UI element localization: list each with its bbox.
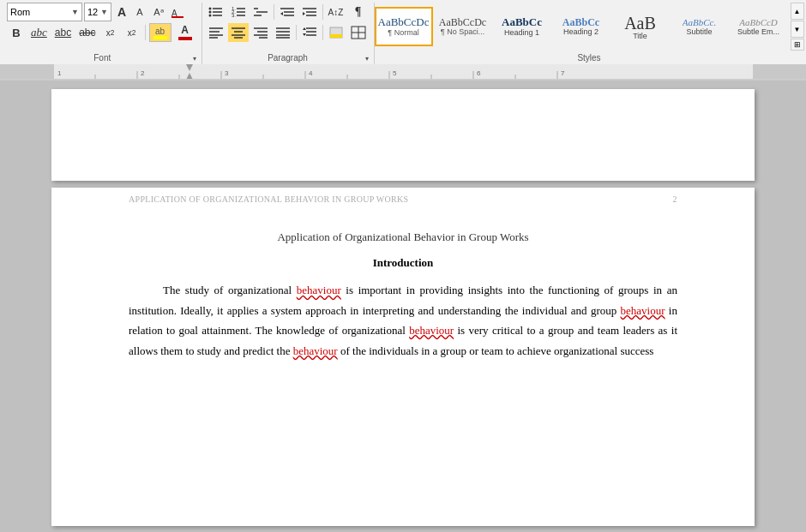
svg-marker-44: [303, 27, 306, 30]
bullets-button[interactable]: [206, 3, 226, 21]
svg-text:3.: 3.: [232, 13, 236, 18]
underline-button[interactable]: abc: [52, 23, 74, 42]
ribbon: Rom ▼ 12 ▼ A A Aᵃ A: [0, 0, 806, 81]
style-normal[interactable]: AaBbCcDc ¶ Normal: [375, 7, 433, 46]
svg-marker-45: [303, 33, 306, 36]
styles-group-label: Styles: [375, 53, 804, 63]
italic-button[interactable]: abc: [28, 23, 50, 42]
svg-marker-72: [186, 73, 193, 80]
page-header: APPLICATION OF ORGANIZATIONAL BEHAVIOR I…: [129, 194, 677, 204]
styles-more[interactable]: ⊞: [791, 39, 804, 51]
font-group-label: Font: [3, 53, 202, 63]
font-name-value: Rom: [10, 7, 30, 17]
font-name-dropdown-icon[interactable]: ▼: [71, 8, 79, 16]
font-color-button[interactable]: A: [174, 23, 196, 42]
superscript-button[interactable]: x2: [123, 23, 141, 42]
font-group-expand[interactable]: ▾: [189, 53, 200, 63]
style-no-spacing[interactable]: AaBbCcDc ¶ No Spaci...: [434, 7, 492, 46]
svg-point-6: [208, 15, 211, 17]
document-area: APPLICATION OF ORGANIZATIONAL BEHAVIOR I…: [0, 81, 806, 532]
line-spacing-button[interactable]: [299, 23, 320, 42]
spell-check-behaviour-1: behaviour: [297, 284, 341, 296]
spell-check-behaviour-3: behaviour: [409, 324, 454, 337]
paragraph-group-expand[interactable]: ▾: [362, 53, 372, 63]
page-number: 2: [673, 194, 678, 204]
font-shrink-button[interactable]: A: [131, 3, 148, 21]
ruler-marks: 1 2 3 4 5 6 7: [53, 64, 753, 80]
align-center-button[interactable]: [228, 23, 249, 42]
font-group: Rom ▼ 12 ▼ A A Aᵃ A: [3, 3, 202, 64]
style-title[interactable]: AaB Title: [611, 7, 670, 46]
svg-text:4: 4: [309, 69, 313, 77]
clear-formatting-button[interactable]: A: [169, 3, 186, 21]
highlight-button[interactable]: ab: [149, 23, 171, 42]
numbering-button[interactable]: 1. 2. 3.: [228, 3, 249, 21]
section-heading[interactable]: Introduction: [129, 256, 677, 270]
style-subtitle[interactable]: AaBbCc. Subtitle: [671, 7, 729, 46]
svg-point-2: [208, 8, 211, 10]
svg-text:7: 7: [561, 69, 565, 77]
page-2[interactable]: APPLICATION OF ORGANIZATIONAL BEHAVIOR I…: [51, 188, 755, 526]
decrease-indent-button[interactable]: [277, 3, 298, 21]
svg-text:3: 3: [225, 69, 229, 77]
multilevel-list-button[interactable]: [250, 3, 271, 21]
font-name-select[interactable]: Rom ▼: [7, 3, 82, 21]
change-case-button[interactable]: Aᵃ: [150, 3, 167, 21]
align-right-button[interactable]: [250, 23, 271, 42]
svg-marker-20: [280, 12, 283, 15]
increase-indent-button[interactable]: [299, 3, 320, 21]
svg-text:5: 5: [393, 69, 397, 77]
bold-button[interactable]: B: [7, 23, 26, 42]
page-header-title: APPLICATION OF ORGANIZATIONAL BEHAVIOR I…: [129, 194, 408, 204]
font-size-dropdown-icon[interactable]: ▼: [100, 8, 108, 16]
borders-button[interactable]: [348, 23, 369, 42]
svg-marker-71: [186, 64, 193, 71]
paragraph-group-label: Paragraph: [202, 53, 374, 63]
style-heading2[interactable]: AaBbCc Heading 2: [552, 7, 611, 46]
sort-button[interactable]: A↕Z: [326, 3, 346, 21]
svg-text:6: 6: [477, 69, 481, 77]
font-size-value: 12: [87, 7, 98, 17]
strikethrough-button[interactable]: abc: [76, 23, 98, 42]
subscript-button[interactable]: x2: [101, 23, 120, 42]
shading-button[interactable]: [326, 23, 346, 42]
document-paragraph[interactable]: The study of organizational behaviour is…: [129, 280, 677, 361]
spell-check-behaviour-4: behaviour: [293, 344, 338, 357]
document-title[interactable]: Application of Organizational Behavior i…: [129, 230, 677, 244]
svg-rect-47: [330, 34, 342, 38]
page-1: [51, 89, 755, 181]
styles-group: AaBbCcDc ¶ Normal AaBbCcDc ¶ No Spaci...…: [375, 3, 804, 64]
styles-scroll-down[interactable]: ▼: [791, 21, 804, 38]
show-marks-button[interactable]: ¶: [348, 3, 369, 21]
svg-text:1: 1: [57, 69, 62, 77]
font-size-select[interactable]: 12 ▼: [84, 3, 111, 21]
font-grow-button[interactable]: A: [113, 3, 130, 21]
spell-check-behaviour-2: behaviour: [621, 304, 665, 317]
svg-point-4: [208, 11, 211, 14]
style-subtle-em[interactable]: AaBbCcD Subtle Em...: [730, 7, 788, 46]
styles-scroll-up[interactable]: ▲: [791, 3, 804, 20]
svg-text:2: 2: [141, 69, 145, 77]
justify-button[interactable]: [273, 23, 293, 42]
style-heading1[interactable]: AaBbCc Heading 1: [493, 7, 551, 46]
svg-marker-24: [303, 12, 305, 15]
ruler: 1 2 3 4 5 6 7: [0, 64, 806, 80]
align-left-button[interactable]: [206, 23, 226, 42]
paragraph-group: 1. 2. 3.: [202, 3, 375, 64]
